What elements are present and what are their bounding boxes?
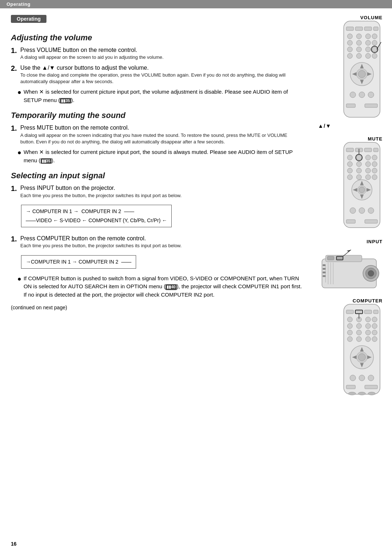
svg-point-102 [366, 323, 371, 329]
section-title-mute: Temporarily muting the sound [11, 111, 302, 120]
av-label: ▲/▼ [318, 123, 331, 129]
svg-point-65 [350, 208, 356, 213]
step-main-c1: Press COMPUTER button on the remote cont… [20, 235, 302, 243]
svg-point-41 [356, 155, 362, 160]
step-volume-1: 1. Press VOLUME button on the remote con… [11, 46, 302, 61]
step-content-v1: Press VOLUME button on the remote contro… [20, 46, 302, 61]
svg-point-74 [368, 270, 374, 276]
svg-point-108 [347, 337, 352, 342]
section-muting-sound: Temporarily muting the sound 1. Press MU… [11, 111, 302, 164]
ref-box-c1: ▮▮40 [166, 284, 176, 290]
step-main-v2: Use the ▲/▼ cursor buttons to adjust the… [20, 64, 302, 72]
svg-point-95 [366, 317, 371, 322]
svg-point-52 [347, 175, 352, 180]
svg-point-53 [356, 175, 362, 180]
svg-point-45 [356, 162, 362, 167]
svg-point-8 [372, 34, 377, 39]
signal-diagram-1: → COMPUTER IN 1 → COMPUTER IN 2 —— ——VID… [21, 205, 172, 227]
computer-remote-section: COMPUTER [313, 298, 385, 398]
bullet-dot-m1: ● [17, 148, 21, 157]
step-sub-i1: Each time you press the button, the proj… [20, 192, 302, 199]
ref-box-m1: ▮▮35 [41, 158, 52, 164]
step-main-i1: Press INPUT button on the projector. [20, 184, 302, 192]
svg-point-104 [347, 330, 352, 335]
section-input-signal: Selecting an input signal 1. Press INPUT… [11, 171, 302, 299]
computer-remote-svg [338, 304, 385, 398]
svg-rect-84 [323, 264, 326, 266]
svg-point-15 [366, 47, 371, 52]
svg-point-9 [347, 40, 352, 45]
svg-point-11 [366, 40, 371, 45]
svg-point-10 [356, 40, 362, 45]
svg-rect-86 [323, 272, 326, 273]
svg-rect-68 [346, 220, 355, 223]
svg-rect-2 [355, 27, 363, 30]
svg-point-20 [372, 53, 377, 58]
svg-point-18 [356, 53, 362, 58]
step-content-v2: Use the ▲/▼ cursor buttons to adjust the… [20, 64, 302, 85]
svg-point-67 [368, 208, 374, 213]
svg-point-100 [347, 323, 352, 329]
svg-point-118 [358, 354, 366, 361]
svg-point-48 [347, 168, 352, 173]
svg-point-6 [356, 34, 362, 39]
svg-point-54 [366, 175, 371, 180]
svg-point-103 [372, 323, 377, 329]
svg-rect-123 [365, 385, 377, 389]
svg-point-125 [358, 392, 366, 395]
input-projector-section: INPUT [313, 239, 385, 292]
svg-point-126 [368, 392, 375, 395]
step-main-m1: Press MUTE button on the remote control. [20, 124, 302, 132]
step-number-c1: 1. [11, 235, 20, 243]
svg-rect-76 [336, 256, 343, 260]
step-sub-c1: Each time you press the button, the proj… [20, 243, 302, 249]
svg-point-32 [368, 92, 374, 98]
svg-point-17 [347, 53, 352, 58]
svg-point-106 [366, 330, 371, 335]
svg-point-64 [359, 187, 365, 193]
svg-point-105 [356, 330, 362, 335]
svg-point-13 [347, 47, 352, 52]
section-title-input: Selecting an input signal [11, 171, 302, 180]
svg-point-30 [350, 92, 356, 98]
svg-point-109 [356, 337, 362, 342]
svg-point-110 [366, 337, 371, 342]
svg-rect-91 [364, 310, 372, 314]
top-bar: Operating [0, 0, 392, 8]
step-input-1: 1. Press INPUT button on the projector. … [11, 184, 302, 199]
svg-point-16 [372, 47, 377, 52]
svg-rect-69 [365, 220, 377, 223]
svg-point-44 [347, 162, 352, 167]
svg-point-5 [347, 34, 352, 39]
bullet-mute-1: ● When ✕ is selected for current picture… [17, 148, 302, 164]
svg-point-46 [366, 162, 371, 167]
top-bar-label: Operating [7, 1, 30, 7]
svg-point-47 [372, 162, 377, 167]
svg-rect-33 [346, 104, 355, 107]
svg-rect-36 [346, 148, 354, 152]
bullet-dot-c1: ● [17, 275, 21, 283]
svg-point-111 [372, 337, 377, 342]
svg-point-19 [366, 53, 371, 58]
svg-marker-79 [347, 250, 351, 252]
svg-rect-85 [323, 268, 326, 270]
diagram1-line2: ——VIDEO ← S-VIDEO ← COMPONENT (Y, Cb/Pb,… [26, 216, 167, 225]
svg-rect-90 [355, 310, 363, 314]
svg-point-49 [356, 168, 362, 173]
diagram1-line1: → COMPUTER IN 1 → COMPUTER IN 2 —— [26, 207, 167, 216]
svg-point-42 [366, 155, 371, 160]
svg-point-51 [372, 168, 377, 173]
step-content-i1: Press INPUT button on the projector. Eac… [20, 184, 302, 199]
volume-label: VOLUME [360, 15, 383, 20]
step-number-v2: 2. [11, 64, 20, 73]
left-column: Operating Adjusting the volume 1. Press … [11, 15, 309, 398]
svg-point-27 [358, 70, 366, 78]
input-projector-svg [318, 244, 385, 292]
svg-point-66 [359, 208, 365, 213]
section-adjusting-volume: Adjusting the volume 1. Press VOLUME but… [11, 33, 302, 104]
step-main-v1: Press VOLUME button on the remote contro… [20, 46, 302, 54]
step-number-m1: 1. [11, 124, 20, 133]
mute-remote-svg [338, 142, 385, 232]
svg-rect-38 [364, 148, 372, 152]
step-sub-v1: A dialog will appear on the screen to ai… [20, 54, 302, 61]
